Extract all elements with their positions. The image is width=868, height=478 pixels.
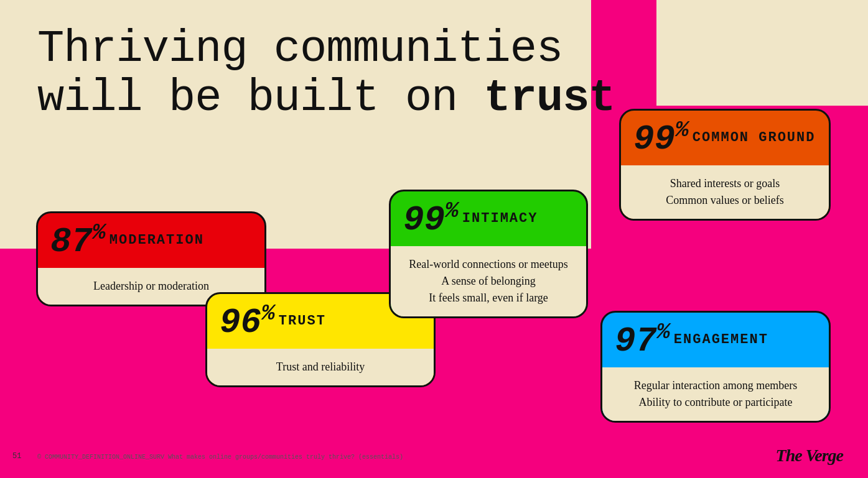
common-ground-item-2: Common values or beliefs: [633, 192, 816, 209]
moderation-header: 87% MODERATION: [38, 213, 264, 268]
intimacy-label: INTIMACY: [462, 211, 538, 226]
trust-item-1: Trust and reliability: [220, 359, 421, 375]
common-ground-item-1: Shared interests or goals: [633, 175, 816, 192]
intimacy-body: Real-world connections or meetups A sens…: [391, 246, 586, 316]
moderation-label: MODERATION: [110, 232, 204, 248]
intimacy-item-1: Real-world connections or meetups: [403, 256, 574, 273]
card-common-ground: 99% COMMON GROUND Shared interests or go…: [619, 109, 831, 221]
trust-percentage: 96%: [220, 303, 275, 340]
source-text: © COMMUNITY_DEFINITION_ONLINE_SURV What …: [37, 454, 403, 461]
engagement-label: ENGAGEMENT: [674, 332, 768, 347]
intimacy-item-3: It feels small, even if large: [403, 290, 574, 306]
engagement-item-2: Ability to contribute or participate: [615, 394, 816, 411]
engagement-header: 97% ENGAGEMENT: [602, 313, 829, 367]
common-ground-percentage: 99%: [633, 119, 689, 157]
trust-body: Trust and reliability: [207, 349, 434, 385]
card-intimacy: 99% INTIMACY Real-world connections or m…: [389, 190, 588, 318]
engagement-item-1: Regular interaction among members: [615, 377, 816, 394]
title-trust: trust: [484, 73, 615, 124]
trust-label: TRUST: [279, 313, 326, 329]
intimacy-item-2: A sense of belonging: [403, 273, 574, 290]
common-ground-label: COMMON GROUND: [693, 130, 816, 145]
card-engagement: 97% ENGAGEMENT Regular interaction among…: [600, 311, 831, 423]
title-line1: Thriving communities: [37, 25, 615, 74]
intimacy-percentage: 99%: [403, 200, 459, 237]
title-line2-prefix: will be built on: [37, 73, 484, 124]
moderation-percentage: 87%: [50, 222, 106, 259]
bg-beige-right: [656, 0, 868, 106]
engagement-percentage: 97%: [615, 321, 670, 359]
verge-logo: The Verge: [776, 446, 843, 466]
title-line2: will be built on trust: [37, 74, 615, 123]
engagement-body: Regular interaction among members Abilit…: [602, 367, 829, 421]
intimacy-header: 99% INTIMACY: [391, 191, 586, 246]
page-number: 51: [12, 452, 21, 461]
common-ground-header: 99% COMMON GROUND: [621, 111, 829, 165]
title-area: Thriving communities will be built on tr…: [37, 25, 615, 123]
common-ground-body: Shared interests or goals Common values …: [621, 165, 829, 219]
